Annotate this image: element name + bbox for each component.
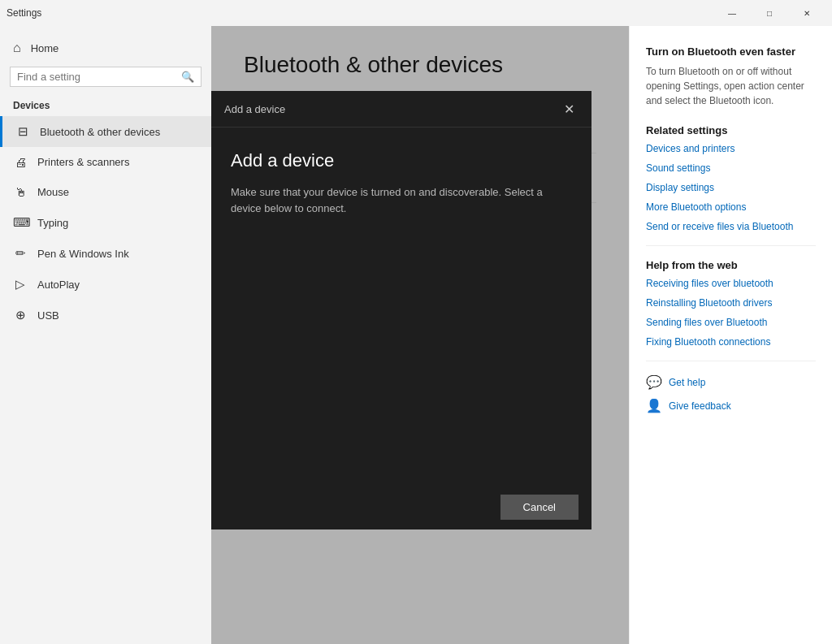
sidebar-item-pen[interactable]: ✏ Pen & Windows Ink bbox=[0, 238, 211, 269]
search-container: 🔍 bbox=[10, 67, 202, 87]
sidebar-item-typing-label: Typing bbox=[37, 217, 68, 229]
bluetooth-tip-title: Turn on Bluetooth even faster bbox=[646, 45, 816, 58]
related-link-3[interactable]: More Bluetooth options bbox=[646, 201, 816, 213]
app-body: ⌂ Home 🔍 Devices ⊟ Bluetooth & other dev… bbox=[0, 26, 832, 644]
related-link-2[interactable]: Display settings bbox=[646, 182, 816, 193]
printers-icon: 🖨 bbox=[13, 155, 28, 169]
pen-icon: ✏ bbox=[13, 246, 28, 261]
sidebar-item-usb-label: USB bbox=[37, 309, 59, 322]
modal-heading: Add a device bbox=[231, 150, 572, 171]
main-content: Bluetooth & other devices + Add Bluetoot… bbox=[211, 26, 629, 644]
sidebar-item-mouse[interactable]: 🖱 Mouse bbox=[0, 177, 211, 207]
home-label: Home bbox=[31, 42, 59, 54]
modal-body: Add a device Make sure that your device … bbox=[211, 128, 592, 485]
get-help-label: Get help bbox=[669, 377, 705, 388]
sidebar-item-pen-label: Pen & Windows Ink bbox=[37, 248, 129, 260]
help-link-1[interactable]: Reinstalling Bluetooth drivers bbox=[646, 297, 816, 309]
related-link-1[interactable]: Sound settings bbox=[646, 162, 816, 174]
sidebar-item-bluetooth-label: Bluetooth & other devices bbox=[40, 126, 160, 138]
modal-description: Make sure that your device is turned on … bbox=[231, 184, 572, 216]
sidebar-item-usb[interactable]: ⊕ USB bbox=[0, 300, 211, 331]
modal-cancel-button[interactable]: Cancel bbox=[500, 495, 578, 520]
bluetooth-icon: ⊟ bbox=[15, 124, 30, 139]
help-link-0[interactable]: Receiving files over bluetooth bbox=[646, 278, 816, 289]
bluetooth-tip-desc: To turn Bluetooth on or off without open… bbox=[646, 64, 816, 108]
window-controls: — □ ✕ bbox=[713, 0, 826, 26]
modal-close-button[interactable]: ✕ bbox=[559, 99, 578, 119]
sidebar-item-printers[interactable]: 🖨 Printers & scanners bbox=[0, 147, 211, 177]
devices-section-label: Devices bbox=[0, 97, 211, 116]
mouse-icon: 🖱 bbox=[13, 185, 28, 199]
related-link-4[interactable]: Send or receive files via Bluetooth bbox=[646, 221, 816, 232]
help-link-2[interactable]: Sending files over Bluetooth bbox=[646, 317, 816, 328]
give-feedback-icon: 👤 bbox=[646, 398, 662, 413]
get-help-icon: 💬 bbox=[646, 374, 662, 390]
panel-divider-1 bbox=[646, 245, 816, 246]
home-icon: ⌂ bbox=[13, 41, 21, 55]
sidebar-item-home[interactable]: ⌂ Home bbox=[0, 32, 211, 63]
sidebar: ⌂ Home 🔍 Devices ⊟ Bluetooth & other dev… bbox=[0, 26, 211, 644]
modal-overlay: Add a device ✕ Add a device Make sure th… bbox=[211, 26, 629, 644]
help-link-3[interactable]: Fixing Bluetooth connections bbox=[646, 336, 816, 348]
search-input[interactable] bbox=[17, 71, 176, 83]
right-panel: Turn on Bluetooth even faster To turn Bl… bbox=[629, 26, 832, 644]
panel-divider-2 bbox=[646, 361, 816, 361]
give-feedback-item[interactable]: 👤 Give feedback bbox=[646, 398, 816, 413]
get-help-item[interactable]: 💬 Get help bbox=[646, 374, 816, 390]
related-settings-title: Related settings bbox=[646, 124, 816, 136]
give-feedback-label: Give feedback bbox=[669, 400, 731, 412]
help-title: Help from the web bbox=[646, 259, 816, 271]
sidebar-item-printers-label: Printers & scanners bbox=[37, 156, 129, 168]
sidebar-item-bluetooth[interactable]: ⊟ Bluetooth & other devices bbox=[0, 116, 211, 147]
app-title: Settings bbox=[6, 7, 41, 19]
add-device-modal: Add a device ✕ Add a device Make sure th… bbox=[211, 91, 592, 529]
modal-footer: Cancel bbox=[211, 485, 592, 529]
usb-icon: ⊕ bbox=[13, 308, 28, 322]
modal-titlebar: Add a device ✕ bbox=[211, 91, 592, 128]
modal-title-text: Add a device bbox=[224, 103, 285, 115]
sidebar-item-autoplay[interactable]: ▷ AutoPlay bbox=[0, 269, 211, 300]
autoplay-icon: ▷ bbox=[13, 277, 28, 292]
sidebar-item-typing[interactable]: ⌨ Typing bbox=[0, 207, 211, 238]
typing-icon: ⌨ bbox=[13, 215, 28, 230]
minimize-button[interactable]: — bbox=[713, 0, 751, 26]
related-link-0[interactable]: Devices and printers bbox=[646, 143, 816, 154]
search-icon: 🔍 bbox=[181, 71, 194, 83]
title-bar: Settings — □ ✕ bbox=[0, 0, 832, 26]
sidebar-item-mouse-label: Mouse bbox=[37, 186, 69, 198]
maximize-button[interactable]: □ bbox=[751, 0, 788, 26]
close-button[interactable]: ✕ bbox=[788, 0, 826, 26]
sidebar-item-autoplay-label: AutoPlay bbox=[37, 279, 80, 291]
